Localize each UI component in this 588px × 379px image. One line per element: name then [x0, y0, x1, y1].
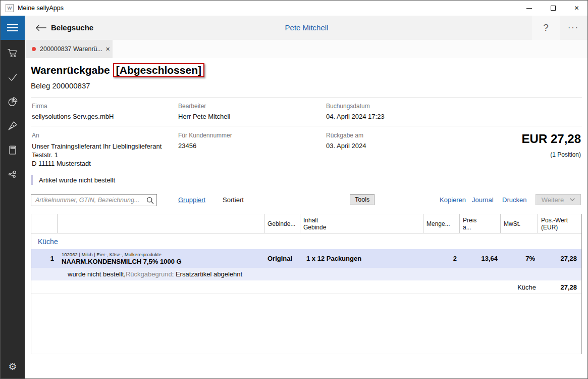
status-badge: [Abgeschlossen]: [113, 63, 204, 77]
article-meta: 102062 | Milch | Eier-, Käse-, Molkereip…: [62, 252, 261, 258]
an-label: An: [32, 132, 39, 139]
column-header-mwst[interactable]: MwSt.: [501, 214, 538, 233]
buchungsdatum-value: 04. April 2024 17:23: [326, 113, 385, 120]
checkmark-icon: [7, 72, 18, 83]
summary-value: 27,28: [560, 283, 577, 291]
titlebar: W Meine sellyApps ✕: [1, 1, 587, 16]
chevron-down-icon: [570, 198, 575, 201]
more-button[interactable]: ···: [561, 16, 586, 40]
kundennummer-value: 23456: [178, 142, 196, 150]
gear-icon: ⚙: [8, 361, 17, 372]
inhalt-cell: 1 x 12 Packungen: [300, 255, 423, 262]
bearbeiter-label: Bearbeiter: [178, 103, 206, 110]
rueckgabe-value: 03. April 2024: [326, 142, 366, 150]
mwst-cell: 7%: [501, 255, 538, 262]
table-header-row: Gebinde... Inhalt Gebinde Menge... Preis…: [31, 214, 581, 233]
bearbeiter-value: Herr Pete Mitchell: [178, 113, 230, 120]
search-field-wrap: [31, 194, 157, 206]
sortiert-link[interactable]: Sortiert: [223, 196, 244, 204]
column-header-poswert[interactable]: Pos.-Wert (EUR): [538, 214, 581, 233]
gebinde-cell: Original: [264, 255, 300, 262]
an-line1: Unser Trainingslieferant Ihr Lieblingsli…: [32, 142, 162, 151]
firma-label: Firma: [32, 103, 47, 110]
search-icon[interactable]: [146, 197, 154, 204]
row-note: wurde nicht bestellt, Rückgabegrund : Er…: [31, 268, 581, 280]
sidebar-item-statistics[interactable]: [1, 89, 25, 114]
group-summary-row: Küche 27,28: [31, 280, 581, 294]
total-positions: (1 Position): [550, 151, 581, 158]
tools-button[interactable]: Tools: [350, 194, 375, 205]
sidebar-item-cart[interactable]: [1, 41, 25, 65]
close-icon: ✕: [574, 5, 579, 11]
column-header-rownum[interactable]: [31, 214, 58, 233]
table-row[interactable]: 1 102062 | Milch | Eier-, Käse-, Molkere…: [31, 249, 581, 268]
an-line2: Teststr. 1: [32, 151, 162, 159]
preis-cell: 13,64: [460, 255, 501, 262]
row-note-part3: : Ersatzartikel abgelehnt: [172, 270, 242, 278]
maximize-icon: [551, 6, 556, 11]
an-line3: D 11111 Musterstadt: [32, 159, 162, 168]
drucken-link[interactable]: Drucken: [502, 196, 526, 204]
share-network-icon: [7, 169, 18, 180]
hamburger-icon: [7, 24, 18, 25]
group-header-row[interactable]: Küche: [31, 233, 581, 249]
maximize-button[interactable]: [541, 1, 565, 16]
row-note-reason-label: Rückgabegrund: [126, 270, 172, 278]
firma-value: sellysolutions Serv.ges.mbH: [32, 113, 114, 120]
column-header-inhalt[interactable]: Inhalt Gebinde: [300, 214, 423, 233]
kundennummer-label: Für Kundennummer: [178, 132, 232, 139]
app-window: W Meine sellyApps ✕ Belegsuche Pete Mitc…: [0, 0, 588, 379]
page-title: Belegsuche: [51, 23, 93, 32]
sidebar-item-network[interactable]: [1, 162, 25, 186]
settings-button[interactable]: ⚙: [1, 356, 25, 376]
menge-cell: 2: [423, 255, 460, 262]
total-amount: EUR 27,28: [522, 132, 581, 146]
tab-close-button[interactable]: ✕: [102, 46, 110, 53]
minimize-icon: [526, 8, 532, 9]
gruppiert-link[interactable]: Gruppiert: [178, 196, 205, 204]
document-title: Warenrückgabe[Abgeschlossen]: [31, 63, 204, 77]
unsaved-indicator-dot: [32, 47, 36, 51]
book-icon: [7, 145, 18, 156]
positions-table: Gebinde... Inhalt Gebinde Menge... Preis…: [31, 214, 582, 354]
divider: [31, 126, 582, 126]
row-note-part1: wurde nicht bestellt,: [68, 270, 126, 278]
column-header-gebinde[interactable]: Gebinde...: [264, 214, 300, 233]
minimize-button[interactable]: [517, 1, 541, 16]
an-value: Unser Trainingslieferant Ihr Lieblingsli…: [32, 142, 162, 168]
buchungsdatum-label: Buchungsdatum: [326, 103, 370, 110]
weitere-label: Weitere: [542, 196, 564, 204]
article-name: NAARM.KONDENSMILCH 7,5% 1000 G: [62, 258, 261, 265]
tab-strip: 200000837 Warenrü... ✕: [25, 40, 588, 58]
tab-label: 200000837 Warenrü...: [40, 45, 102, 53]
journal-link[interactable]: Journal: [472, 196, 494, 204]
hamburger-menu-button[interactable]: [1, 16, 25, 40]
sidebar-item-catalog[interactable]: [1, 138, 25, 162]
back-button[interactable]: [31, 16, 51, 40]
search-input[interactable]: [31, 194, 157, 206]
app-logo-icon: W: [6, 4, 14, 12]
row-number: 1: [31, 255, 58, 262]
divider: [31, 98, 582, 98]
sidebar-item-tasks[interactable]: [1, 65, 25, 89]
back-arrow-icon: [35, 24, 47, 32]
window-title: Meine sellyApps: [18, 5, 64, 12]
note-accent-bar: [31, 175, 33, 185]
user-name[interactable]: Pete Mitchell: [285, 23, 329, 32]
document-tab[interactable]: 200000837 Warenrü... ✕: [26, 40, 113, 58]
weitere-button[interactable]: Weitere: [536, 194, 581, 205]
cart-icon: [7, 48, 18, 59]
close-button[interactable]: ✕: [565, 1, 588, 16]
document-view: Warenrückgabe[Abgeschlossen] Beleg 20000…: [25, 58, 588, 379]
pie-chart-icon: [7, 96, 18, 107]
pizza-slice-icon: [7, 120, 18, 131]
sidebar-item-products[interactable]: [1, 114, 25, 138]
column-header-article[interactable]: [58, 214, 264, 233]
kopieren-link[interactable]: Kopieren: [440, 196, 466, 204]
summary-label: Küche: [517, 283, 536, 291]
column-header-menge[interactable]: Menge...: [423, 214, 460, 233]
app-header: Belegsuche Pete Mitchell ? ···: [25, 16, 588, 40]
document-note: Artikel wurde nicht bestellt: [39, 176, 115, 184]
column-header-preis[interactable]: Preis a...: [460, 214, 501, 233]
help-button[interactable]: ?: [532, 16, 560, 40]
